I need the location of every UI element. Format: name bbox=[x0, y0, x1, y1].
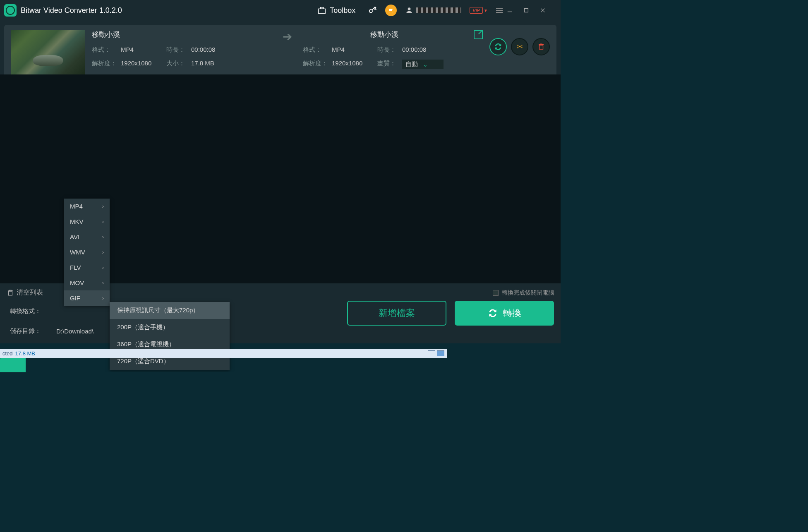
menu-item-gif[interactable]: GIF› bbox=[64, 290, 110, 306]
clear-list-button[interactable]: 清空列表 bbox=[7, 288, 43, 297]
out-resolution-label: 解析度： bbox=[303, 60, 332, 69]
out-duration-value: 00:00:08 bbox=[402, 46, 444, 54]
src-duration-value: 00:00:08 bbox=[191, 46, 233, 54]
menu-item-mkv[interactable]: MKV› bbox=[64, 214, 110, 229]
add-file-label: 新增檔案 bbox=[379, 307, 415, 319]
view-grid-button[interactable] bbox=[437, 350, 444, 356]
chevron-right-icon: › bbox=[102, 249, 104, 255]
src-duration-label: 時長： bbox=[166, 46, 191, 54]
item-actions: ✂ bbox=[489, 30, 550, 55]
gif-size-submenu: 保持原視訊尺寸（最大720p） 200P（適合手機） 360P（適合電視機） 7… bbox=[110, 302, 230, 370]
svg-rect-0 bbox=[319, 9, 326, 13]
output-dir-value: D:\Download\ bbox=[56, 328, 94, 335]
edit-output-button[interactable] bbox=[474, 30, 483, 39]
arrow-column: ➔ bbox=[278, 30, 296, 43]
explorer-statusbar: cted 17.8 MB bbox=[0, 349, 447, 358]
key-icon bbox=[368, 6, 377, 15]
out-duration-label: 時長： bbox=[377, 46, 402, 54]
chevron-right-icon: › bbox=[102, 264, 104, 271]
username-obscured bbox=[416, 7, 461, 13]
convert-label: 轉換 bbox=[503, 307, 521, 319]
view-list-button[interactable] bbox=[428, 350, 435, 356]
maximize-button[interactable] bbox=[523, 7, 540, 13]
toolbox-icon bbox=[317, 6, 326, 15]
chevron-right-icon: › bbox=[102, 218, 104, 225]
menu-item-mov[interactable]: MOV› bbox=[64, 275, 110, 290]
statusbar-selected: cted bbox=[0, 350, 15, 357]
menu-button[interactable] bbox=[496, 8, 503, 13]
menu-item-flv[interactable]: FLV› bbox=[64, 260, 110, 275]
toolbox-label: Toolbox bbox=[330, 6, 355, 15]
output-dir-label: 儲存目錄： bbox=[7, 327, 44, 335]
minimize-icon bbox=[507, 7, 513, 13]
titlebar: Bitwar Video Converter 1.0.2.0 Toolbox V… bbox=[0, 0, 561, 21]
arrow-right-icon: ➔ bbox=[283, 30, 292, 43]
src-format-label: 格式： bbox=[92, 46, 121, 54]
video-item: 移動小溪 格式： MP4 時長： 00:00:08 解析度： 1920x1080… bbox=[4, 25, 556, 80]
chevron-right-icon: › bbox=[102, 234, 104, 240]
out-format-label: 格式： bbox=[303, 46, 332, 54]
chevron-down-icon: ▼ bbox=[484, 8, 488, 13]
src-resolution-label: 解析度： bbox=[92, 60, 121, 67]
svg-rect-5 bbox=[525, 9, 528, 12]
src-format-value: MP4 bbox=[121, 46, 166, 54]
delete-item-button[interactable] bbox=[532, 38, 550, 55]
svg-point-2 bbox=[369, 10, 372, 12]
chevron-down-icon: ⌄ bbox=[423, 61, 428, 68]
vip-button[interactable]: VIP ▼ bbox=[470, 7, 488, 14]
app-logo-icon bbox=[4, 4, 17, 17]
user-button[interactable] bbox=[405, 6, 461, 14]
source-info: 移動小溪 格式： MP4 時長： 00:00:08 解析度： 1920x1080… bbox=[92, 30, 272, 67]
chevron-right-icon: › bbox=[102, 295, 104, 301]
refresh-icon bbox=[494, 42, 503, 51]
trash-icon bbox=[537, 43, 545, 50]
key-button[interactable] bbox=[368, 6, 377, 15]
video-thumbnail[interactable] bbox=[11, 30, 85, 75]
src-resolution-value: 1920x1080 bbox=[121, 60, 166, 67]
menu-item-wmv[interactable]: WMV› bbox=[64, 244, 110, 260]
src-size-value: 17.8 MB bbox=[191, 60, 233, 67]
shutdown-label: 轉換完成後關閉電腦 bbox=[502, 289, 554, 297]
app-window: Bitwar Video Converter 1.0.2.0 Toolbox V… bbox=[0, 0, 561, 343]
source-filename: 移動小溪 bbox=[92, 30, 272, 39]
output-filename: 移動小溪 bbox=[303, 30, 465, 39]
hamburger-icon bbox=[496, 8, 503, 13]
cart-button[interactable] bbox=[385, 5, 397, 16]
minimize-button[interactable] bbox=[507, 7, 523, 13]
vip-badge: VIP bbox=[470, 7, 483, 14]
chevron-right-icon: › bbox=[102, 203, 104, 209]
output-format-label: 轉換格式： bbox=[7, 307, 44, 315]
menu-item-mp4[interactable]: MP4› bbox=[64, 199, 110, 214]
menu-item-avi[interactable]: AVI› bbox=[64, 229, 110, 244]
out-resolution-value: 1920x1080 bbox=[332, 60, 377, 69]
convert-item-button[interactable] bbox=[489, 38, 507, 55]
format-menu: MP4› MKV› AVI› WMV› FLV› MOV› GIF› bbox=[64, 199, 110, 306]
cut-item-button[interactable]: ✂ bbox=[511, 38, 528, 55]
chevron-right-icon: › bbox=[102, 280, 104, 286]
user-icon bbox=[405, 6, 413, 14]
out-quality-label: 畫質： bbox=[377, 60, 402, 69]
shutdown-checkbox[interactable] bbox=[493, 290, 499, 296]
submenu-200p[interactable]: 200P（適合手機） bbox=[110, 319, 230, 336]
output-info: 移動小溪 格式： MP4 時長： 00:00:08 解析度： 1920x1080… bbox=[303, 30, 483, 69]
shutdown-option: 轉換完成後關閉電腦 bbox=[493, 289, 554, 297]
src-size-label: 大小： bbox=[166, 60, 191, 67]
close-button[interactable] bbox=[540, 7, 556, 13]
quality-select[interactable]: 自動 ⌄ bbox=[402, 60, 444, 69]
cart-icon bbox=[385, 5, 397, 16]
refresh-icon bbox=[487, 308, 498, 319]
out-format-value: MP4 bbox=[332, 46, 377, 54]
app-title: Bitwar Video Converter 1.0.2.0 bbox=[21, 6, 122, 15]
background-app-icon bbox=[0, 358, 26, 372]
clear-list-label: 清空列表 bbox=[17, 288, 43, 297]
submenu-keep-original[interactable]: 保持原視訊尺寸（最大720p） bbox=[110, 302, 230, 319]
toolbox-button[interactable]: Toolbox bbox=[317, 6, 355, 15]
statusbar-size: 17.8 MB bbox=[15, 350, 35, 357]
add-file-button[interactable]: 新增檔案 bbox=[347, 301, 446, 326]
svg-rect-1 bbox=[321, 7, 324, 9]
convert-all-button[interactable]: 轉換 bbox=[455, 301, 554, 326]
trash-icon bbox=[7, 289, 14, 297]
maximize-icon bbox=[523, 7, 529, 13]
scissors-icon: ✂ bbox=[517, 42, 523, 51]
close-icon bbox=[540, 7, 546, 13]
